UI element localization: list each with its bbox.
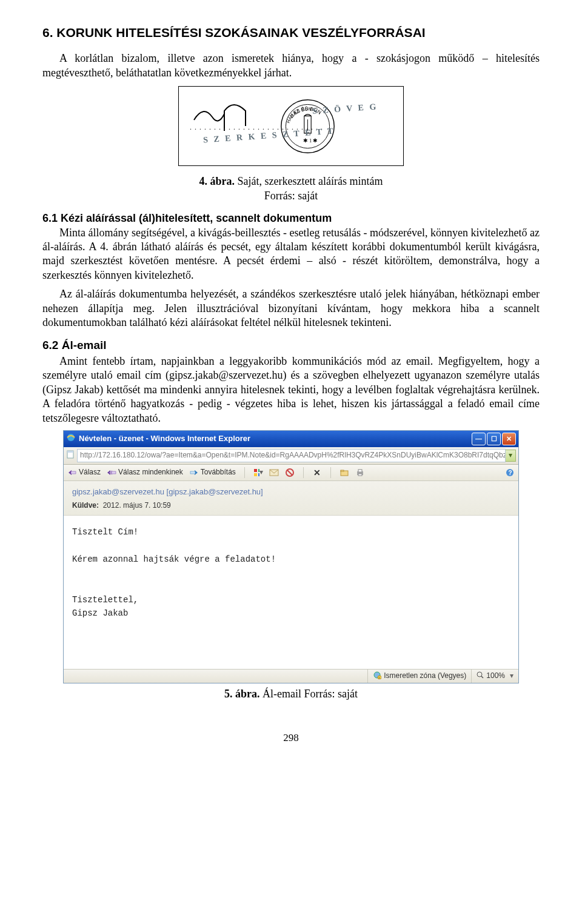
svg-rect-9 xyxy=(71,471,76,474)
svg-text:!: ! xyxy=(379,676,380,679)
para-61b-text: Az ál-aláírás dokumentumba helyezését, a… xyxy=(42,288,540,328)
reply-button[interactable]: Válasz xyxy=(67,468,101,477)
svg-line-18 xyxy=(287,470,292,475)
toolbar-separator xyxy=(244,467,245,478)
intro-text: A korlátlan bizalom, illetve azon ismere… xyxy=(42,52,540,78)
zoom-icon xyxy=(477,671,484,682)
toolbar-separator xyxy=(330,467,331,478)
toolbar-separator xyxy=(303,467,304,478)
section-61-paragraph: 6.1 Kézi aláírással (ál)hitelesített, sc… xyxy=(42,211,540,282)
signature-sample-box: HÁZ ÉS BŰN HÁZ ÉS BŰN ✱ 1 ✱ . . . . . . … xyxy=(178,86,404,166)
reply-all-icon xyxy=(107,468,116,477)
window-close-button[interactable]: ✕ xyxy=(502,433,516,445)
svg-rect-14 xyxy=(254,473,257,476)
section-heading-6: 6. KORUNK HITELESÍTÉSI SZOKÁSAINAK VESZÉ… xyxy=(42,24,540,41)
svg-rect-10 xyxy=(112,471,116,474)
forward-icon xyxy=(189,468,199,477)
delete-icon[interactable]: ✕ xyxy=(312,468,322,477)
move-icon[interactable] xyxy=(340,468,349,477)
email-screenshot: Névtelen - üzenet - Windows Internet Exp… xyxy=(63,430,519,683)
reply-icon xyxy=(67,468,77,477)
forward-label: Továbbítás xyxy=(201,468,236,477)
body-closing-1: Tisztelettel, xyxy=(72,593,510,607)
sent-value: 2012. május 7. 10:59 xyxy=(103,501,171,510)
caption-4-label: 4. ábra. xyxy=(199,175,235,187)
svg-line-30 xyxy=(481,676,483,678)
section-62-paragraph: Amint fentebb írtam, napjainkban a leggy… xyxy=(42,354,540,425)
sent-label: Küldve: xyxy=(72,501,99,510)
url-dropdown-button[interactable]: ▾ xyxy=(506,450,516,462)
page-icon xyxy=(66,450,75,462)
status-bar: ! Ismeretlen zóna (Vegyes) 100% ▾ xyxy=(64,669,518,683)
forward-button[interactable]: Továbbítás xyxy=(189,468,236,477)
url-field[interactable]: http://172.16.180.12/owa/?ae=Item&a=Open… xyxy=(77,449,506,462)
figure-4-wrapper: HÁZ ÉS BŰN HÁZ ÉS BŰN ✱ 1 ✱ . . . . . . … xyxy=(42,86,540,170)
status-zone: ! Ismeretlen zóna (Vegyes) xyxy=(367,670,471,683)
svg-point-6 xyxy=(67,434,75,441)
svg-rect-22 xyxy=(358,470,362,472)
status-zone-text: Ismeretlen zóna (Vegyes) xyxy=(384,671,466,681)
page-number: 298 xyxy=(42,731,540,745)
email-body: Tisztelt Cím! Kérem azonnal hajtsák végr… xyxy=(64,516,518,669)
junk-icon[interactable] xyxy=(285,468,295,477)
reply-label: Válasz xyxy=(79,468,101,477)
svg-text:?: ? xyxy=(509,470,512,476)
window-minimize-button[interactable]: — xyxy=(472,433,486,445)
address-bar: http://172.16.180.12/owa/?ae=Item&a=Open… xyxy=(64,447,518,465)
svg-point-29 xyxy=(477,672,482,677)
para-62-text: Amint fentebb írtam, napjainkban a leggy… xyxy=(42,355,540,424)
caption-5-text: Ál-email Forrás: saját xyxy=(260,688,358,700)
zoom-value: 100% xyxy=(486,671,505,681)
caption-5-label: 5. ábra. xyxy=(224,688,260,700)
help-icon[interactable]: ? xyxy=(505,468,515,477)
svg-rect-23 xyxy=(358,474,362,476)
mail-toolbar: Válasz Válasz mindenkinek Továbbítás ▾ ✕… xyxy=(64,465,518,481)
svg-rect-11 xyxy=(190,471,195,474)
reply-all-label: Válasz mindenkinek xyxy=(118,468,183,477)
intro-paragraph: A korlátlan bizalom, illetve azon ismere… xyxy=(42,52,540,80)
caption-4-source: Forrás: saját xyxy=(264,190,318,202)
status-zoom[interactable]: 100% ▾ xyxy=(471,670,518,683)
email-sent-line: Küldve: 2012. május 7. 10:59 xyxy=(72,501,510,511)
svg-rect-12 xyxy=(254,469,257,472)
email-header: gipsz.jakab@szervezet.hu [gipsz.jakab@sz… xyxy=(64,481,518,516)
window-titlebar: Névtelen - üzenet - Windows Internet Exp… xyxy=(64,431,518,447)
heading-62: 6.2 Ál-email xyxy=(42,338,540,353)
email-from: gipsz.jakab@szervezet.hu [gipsz.jakab@sz… xyxy=(72,487,510,497)
reply-all-button[interactable]: Válasz mindenkinek xyxy=(107,468,183,477)
categories-icon[interactable]: ▾ xyxy=(253,468,263,477)
svg-rect-8 xyxy=(67,451,73,453)
body-closing-2: Gipsz Jakab xyxy=(72,607,510,620)
para-61-text: Minta állomány segítségével, a kivágás-b… xyxy=(42,227,540,281)
envelope-icon[interactable] xyxy=(269,468,279,477)
body-greeting: Tisztelt Cím! xyxy=(72,525,510,539)
figure-4-caption: 4. ábra. Saját, szerkesztett aláírás min… xyxy=(42,174,540,203)
window-title-text: Névtelen - üzenet - Windows Internet Exp… xyxy=(79,434,250,444)
section-61b-paragraph: Az ál-aláírás dokumentumba helyezését, a… xyxy=(42,287,540,330)
figure-5-caption: 5. ábra. Ál-email Forrás: saját xyxy=(42,687,540,701)
ie-icon xyxy=(66,433,76,445)
window-maximize-button[interactable]: ☐ xyxy=(487,433,501,445)
print-icon[interactable] xyxy=(355,468,365,477)
body-line: Kérem azonnal hajtsák végre a feladatot! xyxy=(72,553,510,566)
globe-warning-icon: ! xyxy=(373,671,381,682)
heading-61-runin: 6.1 Kézi aláírással (ál)hitelesített, sc… xyxy=(42,212,332,224)
caption-4-text: Saját, szerkesztett aláírás mintám xyxy=(235,175,383,187)
svg-rect-20 xyxy=(341,470,344,471)
